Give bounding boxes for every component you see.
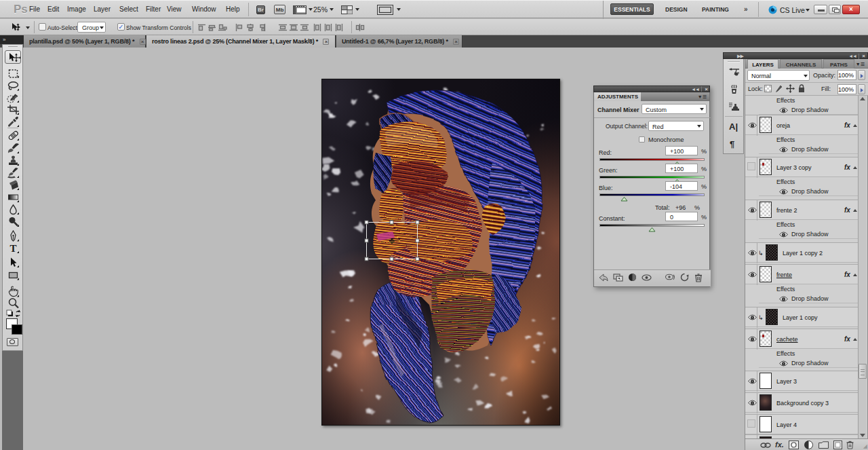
svg-text:T: T (9, 243, 16, 254)
